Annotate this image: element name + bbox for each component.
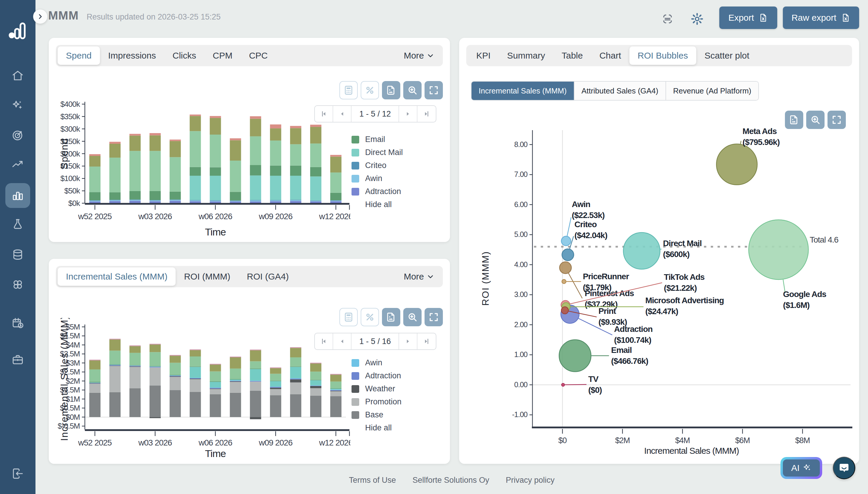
incremental-legend-item-weather[interactable]: Weather <box>352 384 401 394</box>
svg-text:6.00: 6.00 <box>514 200 528 209</box>
fullscreen-button[interactable] <box>425 308 443 326</box>
sidebar-item-ai-sparkles[interactable] <box>5 93 30 118</box>
incremental-tab-incremental-sales-mmm[interactable]: Incremental Sales (MMM) <box>58 267 176 286</box>
sidebar-item-experiments[interactable] <box>5 212 30 236</box>
svg-text:Total 4.6: Total 4.6 <box>810 235 839 244</box>
legend-swatch <box>352 149 359 156</box>
spend-tabbar: SpendImpressionsClicksCPMCPCMore <box>56 45 443 66</box>
roi-tab-roi-bubbles[interactable]: ROI Bubbles <box>629 46 696 65</box>
incremental-chart[interactable]: $-0.5M$0M$0.5M$1M$1.5M$2M$2.5M$3M$3.5M$4… <box>58 318 350 460</box>
export-button[interactable]: Export <box>719 6 777 29</box>
svg-text:Meta Ads: Meta Ads <box>743 127 777 136</box>
image-button[interactable] <box>382 81 400 99</box>
svg-text:($466.76k): ($466.76k) <box>611 357 648 366</box>
settings-button[interactable] <box>689 11 705 27</box>
sidebar-item-database[interactable] <box>5 242 30 267</box>
ai-assistant-button[interactable]: AI <box>782 458 821 477</box>
footer-link-privacy-policy[interactable]: Privacy policy <box>506 476 555 485</box>
sidebar-item-trends[interactable] <box>5 152 30 177</box>
svg-text:w12 2026: w12 2026 <box>319 212 350 221</box>
sidebar-item-logout[interactable] <box>5 461 30 486</box>
spend-legend-item-awin[interactable]: Awin <box>352 174 403 183</box>
legend-swatch-empty <box>352 201 359 209</box>
incremental-tab-roi-ga4[interactable]: ROI (GA4) <box>239 267 297 286</box>
metric-tabs: Incremental Sales (MMM)Attributed Sales … <box>471 81 759 100</box>
incremental-next-page-button[interactable] <box>399 334 417 349</box>
sidebar <box>0 0 36 494</box>
fullscreen-button[interactable] <box>828 111 846 129</box>
sidebar-item-target[interactable] <box>5 123 30 148</box>
footer: Terms of UseSellforte Solutions OyPrivac… <box>36 476 868 485</box>
raw-export-button[interactable]: Raw export <box>783 6 859 29</box>
fullscreen-button[interactable] <box>425 81 443 99</box>
svg-text:$6M: $6M <box>735 436 750 445</box>
spend-legend-item-direct-mail[interactable]: Direct Mail <box>352 148 403 157</box>
roi-tab-summary[interactable]: Summary <box>499 46 553 65</box>
legend-swatch <box>352 188 359 195</box>
sidebar-item-integrations[interactable] <box>5 272 30 297</box>
sparkles-icon <box>803 463 811 472</box>
metric-tab-attributed-sales-ga4[interactable]: Attributed Sales (GA4) <box>574 82 666 100</box>
spend-legend-hide-all[interactable]: Hide all <box>352 200 403 209</box>
roi-bubble-chart[interactable]: -1.000.001.002.003.004.005.006.007.008.0… <box>477 127 852 458</box>
sidebar-expand-button[interactable] <box>33 10 47 24</box>
legend-label: Criteo <box>365 161 387 170</box>
incremental-legend-item-base[interactable]: Base <box>352 410 401 419</box>
incremental-tab-roi-mmm[interactable]: ROI (MMM) <box>176 267 239 286</box>
roi-tab-kpi[interactable]: KPI <box>468 46 499 65</box>
incremental-more-button[interactable]: More <box>397 271 441 282</box>
roi-tab-chart[interactable]: Chart <box>591 46 629 65</box>
incremental-legend-hide-all[interactable]: Hide all <box>352 423 401 433</box>
zoom-button[interactable] <box>403 308 421 326</box>
spend-chart[interactable]: $0k$50k$100k$150k$200k$250k$300k$350k$40… <box>58 99 350 239</box>
image-button[interactable] <box>382 308 400 326</box>
svg-text:$50k: $50k <box>64 186 80 195</box>
zoom-icon <box>407 84 418 96</box>
spend-legend-item-criteo[interactable]: Criteo <box>352 161 403 170</box>
percent-button[interactable] <box>361 308 379 326</box>
incremental-legend-item-awin[interactable]: Awin <box>352 358 401 367</box>
incremental-last-page-button[interactable] <box>417 334 436 349</box>
export-button-label: Export <box>728 13 754 23</box>
spend-legend-item-email[interactable]: Email <box>352 135 403 144</box>
metric-tab-incremental-sales-mmm[interactable]: Incremental Sales (MMM) <box>472 82 574 100</box>
spend-more-button[interactable]: More <box>397 51 441 61</box>
spend-page-indicator: 1 - 5 / 12 <box>352 106 399 122</box>
image-button[interactable] <box>785 111 803 129</box>
svg-text:($21.22k): ($21.22k) <box>664 283 697 292</box>
spend-legend-item-adtraction[interactable]: Adtraction <box>352 187 403 196</box>
spend-tab-clicks[interactable]: Clicks <box>164 46 204 65</box>
next-page-icon <box>404 110 412 118</box>
sidebar-item-business[interactable] <box>5 347 30 372</box>
svg-text:1.00: 1.00 <box>514 350 528 359</box>
svg-text:w06 2026: w06 2026 <box>198 438 232 447</box>
metric-tab-revenue-ad-platform[interactable]: Revenue (Ad Platform) <box>666 82 758 100</box>
sidebar-item-bar-chart[interactable] <box>5 183 30 208</box>
spend-next-page-button[interactable] <box>399 106 417 122</box>
legend-swatch <box>352 411 359 419</box>
roi-tab-table[interactable]: Table <box>553 46 591 65</box>
chat-button[interactable] <box>833 457 855 479</box>
incremental-legend-item-promotion[interactable]: Promotion <box>352 397 401 406</box>
spend-tab-impressions[interactable]: Impressions <box>100 46 164 65</box>
legend-swatch <box>352 136 359 144</box>
incremental-legend-item-adtraction[interactable]: Adtraction <box>352 371 401 380</box>
footer-link-terms-of-use[interactable]: Terms of Use <box>349 476 396 485</box>
spend-tab-spend[interactable]: Spend <box>58 46 100 65</box>
compare-button[interactable] <box>659 11 676 27</box>
sidebar-item-home[interactable] <box>5 63 30 88</box>
zoom-button[interactable] <box>806 111 825 129</box>
legend-swatch <box>352 359 359 367</box>
spend-tab-cpm[interactable]: CPM <box>204 46 241 65</box>
spend-last-page-button[interactable] <box>417 106 436 122</box>
roi-tab-scatter-plot[interactable]: Scatter plot <box>696 46 758 65</box>
percent-button[interactable] <box>361 81 379 99</box>
svg-text:($1.79k): ($1.79k) <box>583 283 611 292</box>
calculator-button[interactable] <box>339 81 358 99</box>
sidebar-item-planner[interactable] <box>5 310 30 336</box>
home-icon <box>11 69 24 82</box>
spend-tab-cpc[interactable]: CPC <box>241 46 276 65</box>
footer-link-sellforte-solutions-oy[interactable]: Sellforte Solutions Oy <box>412 476 489 485</box>
zoom-button[interactable] <box>403 81 421 99</box>
svg-text:($0): ($0) <box>588 385 602 395</box>
